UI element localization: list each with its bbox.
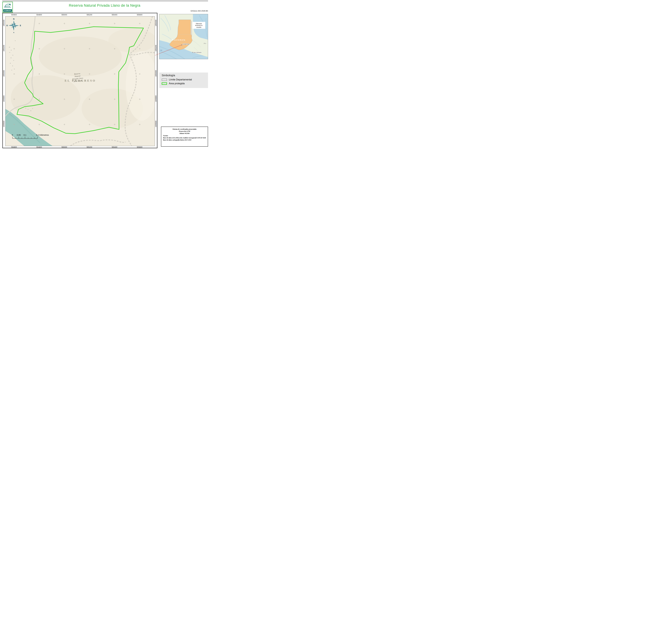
grid-y-label: 1650000 bbox=[3, 69, 5, 78]
svg-text:resuelto: resuelto bbox=[196, 27, 201, 28]
grid-y-label: 1649600 bbox=[155, 119, 157, 129]
neighbor-label: Ho bbox=[204, 43, 207, 44]
source-heading: Fuente: bbox=[163, 135, 206, 137]
grid-y-label: 1649800 bbox=[3, 94, 5, 103]
svg-text:0.05: 0.05 bbox=[17, 134, 20, 136]
svg-text:0.2: 0.2 bbox=[36, 134, 39, 136]
legend: Simbología Límite Departamental Área pro… bbox=[159, 73, 208, 88]
svg-text:O: O bbox=[6, 25, 8, 27]
capital-city-dot bbox=[181, 45, 182, 45]
grid-x-label: 554800 bbox=[35, 146, 43, 148]
compass-rose-icon: N O E s bbox=[6, 18, 21, 33]
grid-x-label: 555600 bbox=[136, 14, 143, 16]
source-line-1: Base de datos de la Dirección Análisis G… bbox=[163, 137, 206, 139]
departmental-boundary-swatch bbox=[162, 79, 167, 81]
svg-text:s: s bbox=[13, 32, 14, 33]
conap-logo-text: CONAP bbox=[3, 9, 12, 12]
grid-y-label: 1649800 bbox=[155, 94, 157, 103]
inset-country-label: Guatemala bbox=[172, 39, 185, 41]
grid-x-label: 555000 bbox=[60, 146, 68, 148]
city-dot bbox=[192, 52, 193, 53]
datum-line: Datum WGS84 bbox=[163, 132, 206, 135]
grid-x-label: 555000 bbox=[60, 14, 68, 16]
city-label: San Salvador bbox=[194, 52, 202, 53]
map-canvas: EL PROGRESO Reserva Natural Privada Llan… bbox=[5, 16, 155, 146]
grid-x-label: 554600 bbox=[10, 146, 18, 148]
grid-x-label: 555400 bbox=[110, 14, 119, 16]
document-reference: DAGeos-444-2026-BS bbox=[191, 10, 208, 12]
legend-item-departmental: Límite Departamental bbox=[162, 78, 206, 81]
grid-x-label: 554800 bbox=[35, 14, 43, 16]
svg-text:E: E bbox=[20, 25, 21, 27]
coord-system-line: Sistema de coordenadas proyectadas bbox=[163, 128, 206, 130]
grid-y-label: 1650200 bbox=[155, 44, 157, 53]
svg-text:0: 0 bbox=[12, 134, 13, 136]
map-frame: 554600 554800 555000 555200 555400 55560… bbox=[2, 13, 157, 148]
svg-text:Kilómetros: Kilómetros bbox=[40, 134, 49, 136]
top-divider bbox=[2, 1, 208, 1]
grid-y-label: 1650400 bbox=[155, 18, 157, 28]
svg-text:territorial no: territorial no bbox=[195, 25, 202, 26]
grid-y-label: 1650000 bbox=[155, 69, 157, 78]
grid-y-label: 1650200 bbox=[3, 44, 5, 53]
svg-text:0.1: 0.1 bbox=[24, 134, 27, 136]
svg-text:N: N bbox=[13, 18, 14, 20]
territorial-note: Diferendo territorial no resuelto bbox=[192, 22, 206, 29]
grid-x-label: 555200 bbox=[85, 146, 93, 148]
grid-x-label: 554600 bbox=[10, 14, 18, 16]
projection-line: Proyección GTM bbox=[163, 130, 206, 132]
credits-box: Sistema de coordenadas proyectadas Proye… bbox=[161, 127, 208, 147]
callout-line-extension bbox=[155, 53, 160, 56]
legend-title: Simbología bbox=[162, 74, 206, 77]
map-document: CONAP Reserva Natural Privada Llano de l… bbox=[0, 0, 209, 148]
page-title: Reserva Natural Privada Llano de la Negr… bbox=[0, 3, 209, 7]
grid-x-label: 555200 bbox=[85, 14, 93, 16]
svg-text:Diferendo: Diferendo bbox=[196, 23, 202, 25]
source-line-2: Base de datos cartografía básica IGN 201… bbox=[163, 139, 206, 141]
protected-area-swatch bbox=[162, 82, 167, 85]
grid-x-label: 555400 bbox=[110, 146, 119, 148]
legend-item-protected: Área protegida bbox=[162, 82, 206, 85]
grid-y-label: 1650400 bbox=[3, 18, 5, 28]
road-number-label: 721 bbox=[160, 49, 162, 51]
grid-x-label: 555600 bbox=[136, 146, 143, 148]
capital-city-label: Guatemala bbox=[183, 43, 189, 45]
grid-y-label: 1649600 bbox=[3, 119, 5, 129]
location-inset-map: Diferendo territorial no resuelto Guatem… bbox=[159, 14, 208, 59]
